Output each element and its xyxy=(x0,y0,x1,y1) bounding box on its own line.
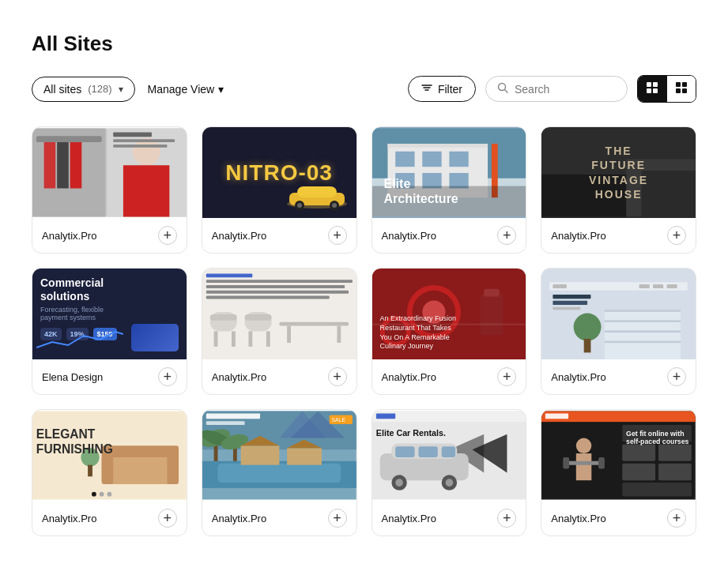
svg-rect-111 xyxy=(217,464,341,483)
site-card-add-3[interactable]: + xyxy=(497,226,516,245)
site-card-name-2: Analytix.Pro xyxy=(212,230,266,242)
site-card-name-10: Analytix.Pro xyxy=(212,513,266,524)
site-card-add-1[interactable]: + xyxy=(158,226,177,245)
filter-button[interactable]: Filter xyxy=(408,76,476,102)
svg-rect-133 xyxy=(395,446,414,457)
svg-rect-76 xyxy=(549,282,688,290)
svg-rect-39 xyxy=(449,152,468,167)
svg-rect-11 xyxy=(676,88,681,93)
svg-rect-27 xyxy=(297,186,337,197)
site-card-image-5: Commercialsolutions Forecasting, flexibl… xyxy=(32,269,187,359)
site-card-image-2: NITRO-03 xyxy=(202,127,356,218)
all-sites-dropdown[interactable]: All sites (128) ▾ xyxy=(32,77,135,102)
site-card-10[interactable]: SALE Analytix.Pro + xyxy=(202,409,357,536)
site-card-add-11[interactable]: + xyxy=(497,509,516,528)
svg-rect-89 xyxy=(553,301,588,305)
manage-view-label: Manage View xyxy=(148,83,215,96)
site-card-name-6: Analytix.Pro xyxy=(212,371,266,383)
site-card-name-3: Analytix.Pro xyxy=(382,230,436,242)
svg-rect-112 xyxy=(240,445,279,464)
site-card-footer-7: Analytix.Pro + xyxy=(372,359,526,394)
svg-text:Get fit online with: Get fit online with xyxy=(626,430,684,438)
site-card-9[interactable]: ELEGANT FURNISHING Analytix.Pro + xyxy=(32,409,187,536)
site-card-2[interactable]: NITRO-03 Analytix.Pro + xyxy=(202,126,357,254)
site-card-6[interactable]: Analytix.Pro + xyxy=(202,268,357,395)
view-list-button[interactable] xyxy=(666,76,696,102)
search-icon xyxy=(497,82,508,96)
svg-rect-65 xyxy=(337,326,341,343)
svg-rect-58 xyxy=(209,314,236,321)
site-card-11[interactable]: Elite Car Rentals. Analytix.Pro + xyxy=(372,409,527,536)
svg-rect-10 xyxy=(682,82,687,87)
svg-rect-5 xyxy=(647,82,651,87)
svg-rect-87 xyxy=(584,339,591,352)
svg-rect-64 xyxy=(287,326,291,343)
site-card-footer-10: Analytix.Pro + xyxy=(202,501,356,536)
svg-text:Elite Car Rentals.: Elite Car Rentals. xyxy=(375,428,445,438)
svg-rect-63 xyxy=(279,322,349,326)
svg-point-132 xyxy=(445,479,453,487)
site-card-name-5: Elena Design xyxy=(42,371,103,383)
filter-icon xyxy=(421,82,432,96)
svg-rect-22 xyxy=(113,132,152,137)
site-card-footer-4: Analytix.Pro + xyxy=(541,218,696,253)
svg-rect-82 xyxy=(605,310,681,312)
site-card-add-5[interactable]: + xyxy=(158,367,177,386)
svg-rect-135 xyxy=(441,446,455,457)
site-card-8[interactable]: Analytix.Pro + xyxy=(541,268,696,395)
svg-rect-71 xyxy=(484,289,499,297)
svg-rect-80 xyxy=(667,284,677,288)
svg-rect-88 xyxy=(553,295,591,299)
site-card-footer-9: Analytix.Pro + xyxy=(32,501,187,536)
site-card-5[interactable]: Commercialsolutions Forecasting, flexibl… xyxy=(32,268,187,395)
svg-rect-8 xyxy=(653,88,658,93)
svg-rect-81 xyxy=(605,310,681,359)
svg-rect-95 xyxy=(167,453,179,484)
site-card-12[interactable]: Get fit online with self-paced courses A… xyxy=(541,409,696,536)
svg-rect-139 xyxy=(545,413,568,419)
svg-rect-60 xyxy=(248,331,252,346)
manage-view-button[interactable]: Manage View ▾ xyxy=(145,77,228,101)
svg-rect-94 xyxy=(102,453,114,484)
site-card-add-10[interactable]: + xyxy=(328,509,347,528)
site-card-image-10: SALE xyxy=(202,410,356,501)
svg-rect-48 xyxy=(642,171,696,216)
nitro-headline: NITRO-03 xyxy=(225,160,333,186)
site-card-name-11: Analytix.Pro xyxy=(382,513,436,524)
site-card-add-6[interactable]: + xyxy=(328,367,347,386)
site-card-image-4: THEFUTUREVINTAGEHOUSE xyxy=(541,127,696,218)
site-card-add-2[interactable]: + xyxy=(328,226,347,245)
site-card-add-12[interactable]: + xyxy=(667,509,686,528)
svg-point-31 xyxy=(332,203,337,208)
svg-point-86 xyxy=(574,314,602,341)
view-toggle xyxy=(637,75,696,103)
site-card-image-3: EliteArchitecture xyxy=(372,127,526,218)
site-card-add-4[interactable]: + xyxy=(667,226,686,245)
svg-rect-16 xyxy=(36,136,102,142)
site-card-footer-8: Analytix.Pro + xyxy=(541,359,696,394)
site-card-add-9[interactable]: + xyxy=(158,509,177,528)
site-card-image-11: Elite Car Rentals. xyxy=(372,410,526,501)
site-card-3[interactable]: EliteArchitecture Analytix.Pro + xyxy=(372,126,527,254)
svg-line-4 xyxy=(505,90,508,93)
svg-rect-9 xyxy=(676,82,681,87)
svg-point-102 xyxy=(107,492,111,497)
site-card-add-7[interactable]: + xyxy=(497,367,516,386)
grid-icon xyxy=(646,81,658,96)
svg-point-101 xyxy=(100,492,104,497)
svg-rect-36 xyxy=(387,144,488,148)
search-input[interactable] xyxy=(515,83,616,96)
view-grid-button[interactable] xyxy=(638,76,666,102)
svg-rect-52 xyxy=(206,285,345,288)
svg-text:SALE: SALE xyxy=(331,417,345,423)
site-card-add-8[interactable]: + xyxy=(667,367,686,386)
svg-point-100 xyxy=(92,492,96,497)
svg-rect-61 xyxy=(266,331,270,346)
site-card-1[interactable]: Analytix.Pro + xyxy=(32,126,187,254)
filter-label: Filter xyxy=(438,83,462,96)
svg-rect-149 xyxy=(658,464,692,480)
site-card-name-4: Analytix.Pro xyxy=(551,230,605,242)
site-card-4[interactable]: THEFUTUREVINTAGEHOUSE Analytix.Pro + xyxy=(541,126,696,254)
all-sites-label: All sites xyxy=(43,83,81,96)
site-card-7[interactable]: An Extraordinary Fusion Restaurant That … xyxy=(372,268,527,395)
